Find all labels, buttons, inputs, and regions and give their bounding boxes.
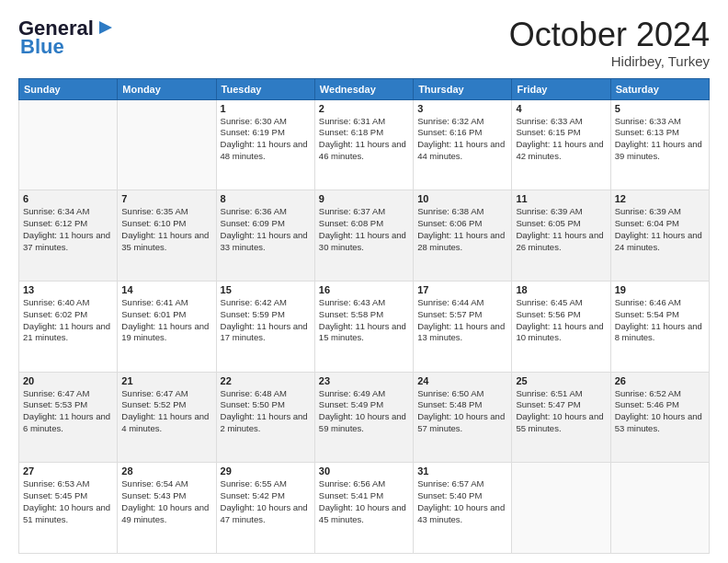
- weekday-header-saturday: Saturday: [610, 78, 709, 99]
- day-details: Sunrise: 6:50 AM Sunset: 5:48 PM Dayligh…: [417, 388, 507, 435]
- logo-blue: Blue: [20, 35, 64, 59]
- calendar-cell: 22Sunrise: 6:48 AM Sunset: 5:50 PM Dayli…: [216, 372, 314, 463]
- page: General Blue October 2024 Hidirbey, Turk…: [0, 0, 728, 563]
- logo: General Blue: [18, 17, 116, 59]
- week-row-5: 27Sunrise: 6:53 AM Sunset: 5:45 PM Dayli…: [19, 463, 710, 554]
- day-details: Sunrise: 6:38 AM Sunset: 6:06 PM Dayligh…: [417, 206, 507, 253]
- calendar-cell: 18Sunrise: 6:45 AM Sunset: 5:56 PM Dayli…: [512, 281, 610, 372]
- title-block: October 2024 Hidirbey, Turkey: [509, 17, 710, 69]
- calendar-cell: 7Sunrise: 6:35 AM Sunset: 6:10 PM Daylig…: [118, 190, 216, 282]
- calendar-cell: 17Sunrise: 6:44 AM Sunset: 5:57 PM Dayli…: [414, 281, 512, 372]
- svg-marker-0: [99, 21, 112, 34]
- day-number: 5: [615, 103, 705, 114]
- day-details: Sunrise: 6:32 AM Sunset: 6:16 PM Dayligh…: [417, 116, 507, 163]
- day-details: Sunrise: 6:35 AM Sunset: 6:10 PM Dayligh…: [121, 206, 211, 253]
- day-details: Sunrise: 6:30 AM Sunset: 6:19 PM Dayligh…: [221, 116, 311, 163]
- day-number: 9: [319, 193, 409, 204]
- day-number: 10: [417, 193, 507, 204]
- day-number: 4: [516, 103, 606, 114]
- day-details: Sunrise: 6:39 AM Sunset: 6:04 PM Dayligh…: [615, 206, 705, 253]
- day-details: Sunrise: 6:34 AM Sunset: 6:12 PM Dayligh…: [23, 206, 113, 253]
- day-details: Sunrise: 6:52 AM Sunset: 5:46 PM Dayligh…: [615, 388, 705, 435]
- day-number: 18: [516, 284, 606, 295]
- day-number: 6: [23, 193, 113, 204]
- day-number: 26: [615, 375, 705, 386]
- day-details: Sunrise: 6:46 AM Sunset: 5:54 PM Dayligh…: [615, 297, 705, 344]
- day-details: Sunrise: 6:48 AM Sunset: 5:50 PM Dayligh…: [221, 388, 311, 435]
- day-number: 24: [417, 375, 507, 386]
- day-details: Sunrise: 6:44 AM Sunset: 5:57 PM Dayligh…: [417, 297, 507, 344]
- day-details: Sunrise: 6:33 AM Sunset: 6:13 PM Dayligh…: [615, 116, 705, 163]
- day-number: 8: [221, 193, 311, 204]
- calendar-cell: 11Sunrise: 6:39 AM Sunset: 6:05 PM Dayli…: [512, 190, 610, 282]
- day-details: Sunrise: 6:31 AM Sunset: 6:18 PM Dayligh…: [319, 116, 409, 163]
- day-details: Sunrise: 6:47 AM Sunset: 5:52 PM Dayligh…: [121, 388, 211, 435]
- weekday-header-sunday: Sunday: [19, 78, 118, 99]
- day-details: Sunrise: 6:56 AM Sunset: 5:41 PM Dayligh…: [319, 478, 409, 525]
- day-number: 25: [516, 375, 606, 386]
- calendar-cell: 26Sunrise: 6:52 AM Sunset: 5:46 PM Dayli…: [610, 372, 709, 463]
- calendar-cell: 9Sunrise: 6:37 AM Sunset: 6:08 PM Daylig…: [314, 190, 413, 282]
- month-title: October 2024: [509, 17, 710, 53]
- day-details: Sunrise: 6:41 AM Sunset: 6:01 PM Dayligh…: [121, 297, 211, 344]
- calendar-cell: 31Sunrise: 6:57 AM Sunset: 5:40 PM Dayli…: [414, 463, 512, 554]
- week-row-2: 6Sunrise: 6:34 AM Sunset: 6:12 PM Daylig…: [19, 190, 710, 282]
- day-details: Sunrise: 6:55 AM Sunset: 5:42 PM Dayligh…: [221, 478, 311, 525]
- calendar-cell: 2Sunrise: 6:31 AM Sunset: 6:18 PM Daylig…: [314, 99, 413, 190]
- calendar-cell: 12Sunrise: 6:39 AM Sunset: 6:04 PM Dayli…: [610, 190, 709, 282]
- day-number: 20: [23, 375, 113, 386]
- day-details: Sunrise: 6:49 AM Sunset: 5:49 PM Dayligh…: [319, 388, 409, 435]
- logo-arrow-icon: [96, 17, 116, 38]
- calendar-cell: 20Sunrise: 6:47 AM Sunset: 5:53 PM Dayli…: [19, 372, 118, 463]
- day-number: 22: [221, 375, 311, 386]
- calendar-cell: 30Sunrise: 6:56 AM Sunset: 5:41 PM Dayli…: [314, 463, 413, 554]
- calendar-cell: 24Sunrise: 6:50 AM Sunset: 5:48 PM Dayli…: [414, 372, 512, 463]
- day-number: 17: [417, 284, 507, 295]
- week-row-3: 13Sunrise: 6:40 AM Sunset: 6:02 PM Dayli…: [19, 281, 710, 372]
- day-details: Sunrise: 6:37 AM Sunset: 6:08 PM Dayligh…: [319, 206, 409, 253]
- weekday-header-row: SundayMondayTuesdayWednesdayThursdayFrid…: [19, 78, 710, 99]
- calendar-cell: 1Sunrise: 6:30 AM Sunset: 6:19 PM Daylig…: [216, 99, 314, 190]
- location: Hidirbey, Turkey: [509, 53, 710, 69]
- day-details: Sunrise: 6:39 AM Sunset: 6:05 PM Dayligh…: [516, 206, 606, 253]
- calendar-cell: 10Sunrise: 6:38 AM Sunset: 6:06 PM Dayli…: [414, 190, 512, 282]
- calendar-cell: 29Sunrise: 6:55 AM Sunset: 5:42 PM Dayli…: [216, 463, 314, 554]
- day-details: Sunrise: 6:36 AM Sunset: 6:09 PM Dayligh…: [221, 206, 311, 253]
- weekday-header-friday: Friday: [512, 78, 610, 99]
- calendar-cell: 21Sunrise: 6:47 AM Sunset: 5:52 PM Dayli…: [118, 372, 216, 463]
- calendar-table: SundayMondayTuesdayWednesdayThursdayFrid…: [18, 78, 710, 554]
- week-row-4: 20Sunrise: 6:47 AM Sunset: 5:53 PM Dayli…: [19, 372, 710, 463]
- day-details: Sunrise: 6:54 AM Sunset: 5:43 PM Dayligh…: [121, 478, 211, 525]
- weekday-header-tuesday: Tuesday: [216, 78, 314, 99]
- day-details: Sunrise: 6:33 AM Sunset: 6:15 PM Dayligh…: [516, 116, 606, 163]
- day-details: Sunrise: 6:43 AM Sunset: 5:58 PM Dayligh…: [319, 297, 409, 344]
- calendar-cell: 28Sunrise: 6:54 AM Sunset: 5:43 PM Dayli…: [118, 463, 216, 554]
- calendar-cell: 8Sunrise: 6:36 AM Sunset: 6:09 PM Daylig…: [216, 190, 314, 282]
- day-details: Sunrise: 6:45 AM Sunset: 5:56 PM Dayligh…: [516, 297, 606, 344]
- day-number: 11: [516, 193, 606, 204]
- day-number: 14: [121, 284, 211, 295]
- day-number: 19: [615, 284, 705, 295]
- day-number: 2: [319, 103, 409, 114]
- week-row-1: 1Sunrise: 6:30 AM Sunset: 6:19 PM Daylig…: [19, 99, 710, 190]
- calendar-cell: [610, 463, 709, 554]
- day-number: 12: [615, 193, 705, 204]
- day-number: 23: [319, 375, 409, 386]
- calendar-cell: 13Sunrise: 6:40 AM Sunset: 6:02 PM Dayli…: [19, 281, 118, 372]
- day-details: Sunrise: 6:40 AM Sunset: 6:02 PM Dayligh…: [23, 297, 113, 344]
- day-number: 1: [221, 103, 311, 114]
- day-number: 29: [221, 465, 311, 477]
- day-details: Sunrise: 6:53 AM Sunset: 5:45 PM Dayligh…: [23, 478, 113, 525]
- calendar-cell: 14Sunrise: 6:41 AM Sunset: 6:01 PM Dayli…: [118, 281, 216, 372]
- calendar-cell: 4Sunrise: 6:33 AM Sunset: 6:15 PM Daylig…: [512, 99, 610, 190]
- calendar-cell: 5Sunrise: 6:33 AM Sunset: 6:13 PM Daylig…: [610, 99, 709, 190]
- day-number: 30: [319, 465, 409, 477]
- calendar-cell: 3Sunrise: 6:32 AM Sunset: 6:16 PM Daylig…: [414, 99, 512, 190]
- calendar-cell: 15Sunrise: 6:42 AM Sunset: 5:59 PM Dayli…: [216, 281, 314, 372]
- calendar-cell: 25Sunrise: 6:51 AM Sunset: 5:47 PM Dayli…: [512, 372, 610, 463]
- day-details: Sunrise: 6:51 AM Sunset: 5:47 PM Dayligh…: [516, 388, 606, 435]
- day-number: 28: [121, 465, 211, 477]
- weekday-header-monday: Monday: [118, 78, 216, 99]
- day-number: 15: [221, 284, 311, 295]
- calendar-cell: 27Sunrise: 6:53 AM Sunset: 5:45 PM Dayli…: [19, 463, 118, 554]
